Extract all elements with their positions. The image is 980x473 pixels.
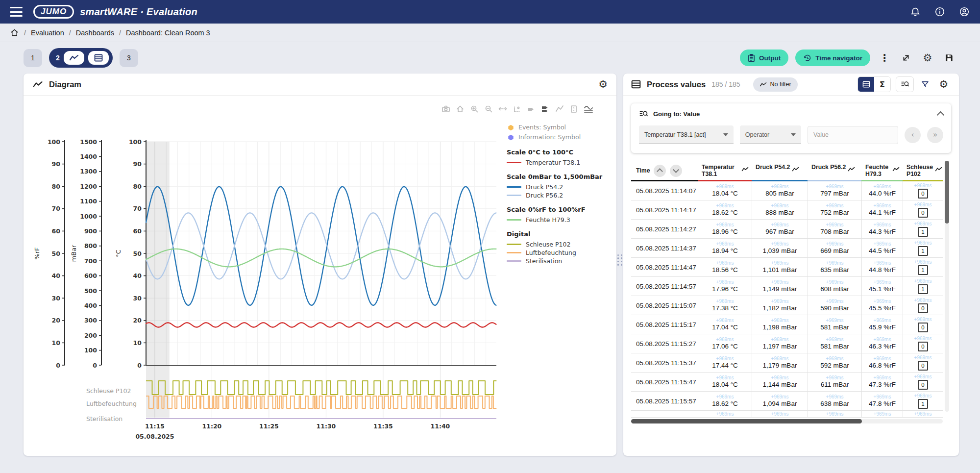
legend-series-item[interactable]: Luftbefeuchtung [507,249,612,257]
offset-label: +969ms [771,279,789,285]
table-view-icon[interactable] [88,51,109,65]
time-navigator-button[interactable]: Time navigator [795,50,870,66]
table-row[interactable]: 05.08.2025 11:14:47+969ms18.56 °C+969ms1… [631,258,943,277]
digital-value-cell: +969ms1 [903,258,943,276]
offset-label: +969ms [874,260,891,266]
table-row[interactable]: 05.08.2025 11:14:37+969ms18.94 °C+969ms1… [631,239,943,258]
breadcrumb-evaluation[interactable]: Evaluation [31,29,64,37]
breadcrumb: / Evaluation / Dashboards / Dashboard: C… [0,24,980,42]
operator-select[interactable]: Operator [740,125,801,144]
value-cell: +969ms888 mBar [752,200,808,219]
table-row[interactable]: 05.08.2025 11:14:17+969ms18.62 °C+969ms8… [631,200,943,220]
diagram-settings-gear-icon[interactable]: ⚙ [598,79,608,90]
svg-text:10: 10 [52,339,61,347]
statistics-sigma-toggle[interactable]: Σ [874,77,890,92]
go-previous-button[interactable]: ‹ [905,127,921,143]
svg-text:300: 300 [84,317,97,324]
dashboard-tab-1[interactable]: 1 [24,49,42,67]
value-cell: +969ms611 mBar [808,373,861,391]
trend-icon [892,167,900,172]
diagram-chart[interactable]: 0102030405060708090100%rF010020030040050… [24,95,504,446]
offset-label: +969ms [716,241,734,247]
legend-series-item[interactable]: Druck P56.2 [507,191,612,199]
column-header[interactable]: Druck P56.2 [808,161,861,181]
legend-series-item[interactable]: Feuchte H79.3 [507,216,612,224]
collapse-chevron-icon[interactable] [937,111,945,119]
vertical-scrollbar[interactable] [945,161,949,412]
legend-series-item[interactable]: Sterilisation [507,257,612,265]
more-options-kebab-icon[interactable]: ⋮ [877,50,892,65]
svg-text:60: 60 [52,227,61,235]
table-row[interactable]: 05.08.2025 11:15:07+969ms17.38 °C+969ms1… [631,296,943,315]
column-header[interactable]: Temperatur T38.1 [698,161,752,181]
dashboard-tab-3[interactable]: 3 [120,49,138,67]
table-view-toggle[interactable] [858,77,874,92]
table-row[interactable]: 05.08.2025 11:15:57+969ms18.62 °C+969ms1… [631,392,943,411]
sort-ascending-button[interactable] [654,165,666,177]
top-app-bar: JUMO smartWARE · Evaluation [0,0,980,24]
info-icon[interactable] [934,6,946,18]
table-row[interactable]: 05.08.2025 11:15:47+969ms18.04 °C+969ms1… [631,373,943,392]
legend-symbol-item[interactable]: Information: Symbol [508,132,612,142]
table-row[interactable]: 05.08.2025 11:14:07+969ms18.04 °C+969ms8… [631,181,943,200]
value-cell: +969ms797 mBar [808,181,861,200]
sort-descending-button[interactable] [670,165,682,177]
panel-resize-handle[interactable] [616,74,623,456]
channel-select[interactable]: Temperatur T38.1 [act] [639,125,734,144]
search-in-values-button[interactable] [896,76,914,92]
fullscreen-expand-icon[interactable] [899,50,913,65]
output-button[interactable]: Output [740,50,788,66]
notifications-bell-icon[interactable] [909,6,921,18]
offset-label: +969ms [826,241,844,247]
save-icon[interactable] [942,50,956,65]
legend-series-item[interactable]: Schleuse P102 [507,240,612,249]
process-values-settings-gear-icon[interactable]: ⚙ [936,77,951,92]
column-header[interactable]: Druck P54.2 [752,161,808,181]
table-row[interactable]: 05.08.2025 11:14:57+969ms17.96 °C+969ms1… [631,277,943,296]
horizontal-scrollbar-thumb[interactable] [631,419,862,423]
offset-label: +969ms [874,241,891,247]
svg-text:80: 80 [133,183,142,190]
spikelines-icon[interactable] [512,104,522,114]
offset-label: +969ms [716,222,734,228]
offset-label: +969ms [914,202,932,208]
offset-label: +969ms [874,356,891,362]
column-header[interactable]: Feuchte H79.3 [861,161,903,181]
table-row[interactable]: 05.08.2025 11:15:27+969ms17.06 °C+969ms1… [631,334,943,353]
legend-symbol-item[interactable]: Events: Symbol [508,123,612,132]
breadcrumb-current-dashboard[interactable]: Dashboard: Clean Room 3 [126,29,210,37]
value-input[interactable] [808,126,898,144]
account-icon[interactable] [958,6,970,18]
breadcrumb-separator: / [119,29,121,37]
digital-state-box: 0 [918,303,928,313]
table-row[interactable]: 05.08.2025 11:15:17+969ms17.04 °C+969ms1… [631,315,943,334]
table-row[interactable]: 05.08.2025 11:14:27+969ms18.96 °C+969ms9… [631,220,943,239]
menu-icon[interactable] [10,7,23,17]
home-icon[interactable] [10,28,19,37]
legend-series-item[interactable]: Druck P54.2 [507,183,612,191]
vertical-scrollbar-thumb[interactable] [945,161,949,224]
filter-funnel-icon[interactable] [918,77,932,92]
no-filter-chip[interactable]: No filter [753,77,798,92]
offset-label: +969ms [826,337,844,343]
offset-label: +969ms [716,279,734,285]
legend-series-item[interactable]: Temperatur T38.1 [507,158,612,167]
horizontal-scrollbar[interactable] [631,419,943,423]
time-column-header[interactable]: Time [631,161,698,181]
stacked-traces-icon[interactable] [583,104,593,114]
breadcrumb-dashboards[interactable]: Dashboards [76,29,114,37]
range-vertical-icon[interactable] [569,104,579,114]
dashboard-tab-2-active[interactable]: 2 [49,48,113,68]
tooltip-single-icon[interactable] [526,104,536,114]
table-row[interactable]: 05.08.2025 11:15:37+969ms17.44 °C+969ms1… [631,353,943,373]
column-header[interactable]: Schleuse P102 [903,161,943,181]
diagram-view-icon[interactable] [64,51,84,65]
dashboard-settings-gear-icon[interactable]: ⚙ [920,50,935,65]
go-next-button[interactable]: » [927,127,943,143]
offset-label: +969ms [914,278,932,284]
offset-label: +969ms [874,203,891,209]
trend-icon [32,81,43,88]
tooltip-compare-icon[interactable] [540,104,550,114]
row-count: 185 / 185 [711,80,740,88]
line-mode-icon[interactable] [555,104,564,114]
